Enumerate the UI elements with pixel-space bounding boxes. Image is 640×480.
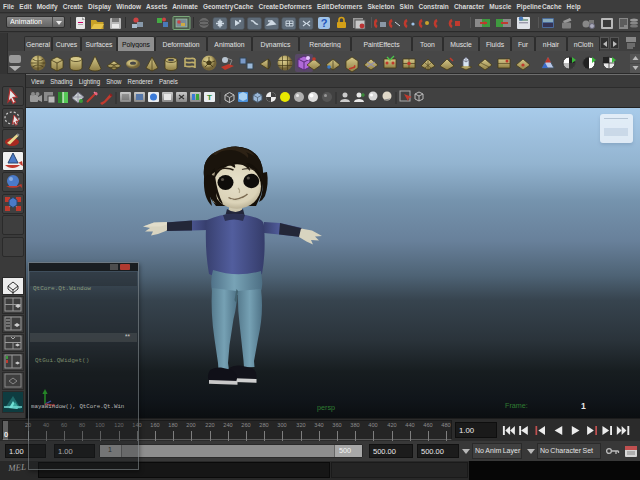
svg-text:T: T	[207, 93, 212, 102]
svg-text:?: ?	[321, 17, 328, 29]
